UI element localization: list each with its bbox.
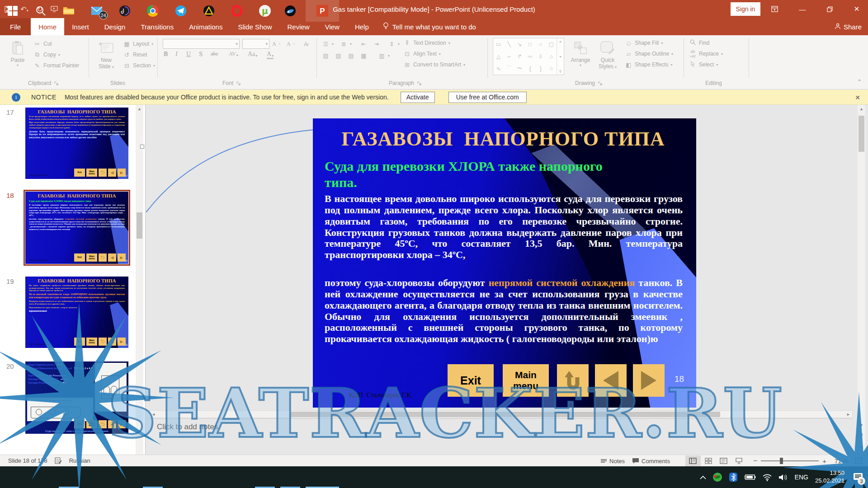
taskbar-search-icon[interactable] <box>30 0 52 22</box>
thumbnail-scroll-thumb[interactable] <box>137 212 142 239</box>
language-switcher[interactable]: ENG <box>792 466 811 488</box>
file-explorer-icon[interactable] <box>58 0 80 22</box>
mail-icon[interactable]: 24 <box>86 0 108 22</box>
slide-subtitle[interactable]: Суда для перевозки ХЛОРА также напорного… <box>325 158 618 191</box>
increase-indent-button[interactable]: ⇥ <box>373 39 380 49</box>
telegram-icon[interactable] <box>170 0 192 22</box>
hscroll-thumb[interactable] <box>291 412 720 417</box>
wifi-icon[interactable] <box>759 466 775 488</box>
notice-close-icon[interactable]: ✕ <box>853 93 863 103</box>
text-shadow-button[interactable]: S <box>199 51 203 58</box>
shape-selection-handle[interactable] <box>140 145 144 149</box>
shapes-gallery[interactable]: ▭╲↘□○▢ △⌐↱⇨⇩⌂ ∿⌒〜{}☆ ▴▾⊽ <box>493 38 564 75</box>
text-direction-button[interactable]: ⫴Text Direction▾ <box>403 38 450 48</box>
bluetooth-icon[interactable] <box>726 466 741 488</box>
slide-body-paragraph-1[interactable]: В настоящее время довольно широко исполь… <box>325 193 683 261</box>
chrome-icon[interactable] <box>142 0 164 22</box>
shape-outline-button[interactable]: ▱Shape Outline▾ <box>625 49 673 59</box>
notes-toggle[interactable]: Notes <box>597 455 628 467</box>
vertical-scrollbar[interactable]: ▲ ▼ ⇈ ⇊ <box>858 105 865 455</box>
use-free-button[interactable]: Use free at Office.com <box>448 92 527 103</box>
section-button[interactable]: ⊟Section▾ <box>123 61 155 70</box>
powerpoint-icon[interactable]: P <box>311 0 333 22</box>
notes-pane[interactable]: Click to add notes <box>146 418 852 455</box>
drawing-dialog-launcher[interactable] <box>598 81 603 86</box>
tab-help[interactable]: Help <box>347 18 377 35</box>
align-center-button[interactable]: ▤ <box>335 51 342 61</box>
font-name-combo[interactable]: ▾ <box>163 39 240 49</box>
grow-font-button[interactable]: A˄ <box>272 39 280 49</box>
slideshow-view-button[interactable] <box>731 455 747 466</box>
battery-icon[interactable] <box>741 466 759 488</box>
tell-me-box[interactable]: Tell me what you want to do <box>377 18 482 35</box>
slide-sorter-view-button[interactable] <box>701 455 716 466</box>
volume-icon[interactable] <box>775 466 792 488</box>
thumb-scroll-up-icon[interactable]: ▲ <box>136 105 143 113</box>
zoom-out-icon[interactable]: − <box>753 457 757 465</box>
copy-button[interactable]: ⧉Copy▾ <box>33 50 60 60</box>
shape-fill-button[interactable]: ◇Shape Fill▾ <box>625 38 663 48</box>
language-indicator[interactable]: Russian <box>66 455 94 467</box>
clear-formatting-button[interactable]: A̷ <box>302 39 310 49</box>
spellcheck-icon[interactable] <box>51 455 66 467</box>
vscroll-up-icon[interactable]: ▲ <box>858 105 865 113</box>
align-left-button[interactable]: ▤ <box>322 51 330 61</box>
shape-effects-button[interactable]: ◧Shape Effects▾ <box>625 60 673 70</box>
opera-icon[interactable] <box>226 0 248 22</box>
strikethrough-button[interactable]: abc <box>211 51 218 57</box>
character-spacing-button[interactable]: AV▾ <box>229 51 238 57</box>
slide-thumbnail-17[interactable]: ГАЗАВОЗЫ НАПОРНОГО ТИПА Если предусмотре… <box>25 108 128 179</box>
zoom-slider-knob[interactable] <box>780 458 783 464</box>
slide-main-menu-button[interactable]: Main menu <box>503 364 549 397</box>
curve-shape[interactable] <box>146 105 327 222</box>
normal-view-button[interactable] <box>685 455 701 466</box>
numbering-button[interactable]: ≣▾ <box>340 39 352 49</box>
underline-button[interactable]: U <box>186 51 191 58</box>
new-slide-button[interactable]: New Slide ▾ <box>93 37 119 78</box>
format-painter-button[interactable]: ✎Format Painter <box>33 61 79 70</box>
zoom-in-icon[interactable]: + <box>822 457 826 465</box>
comments-toggle[interactable]: Comments <box>628 455 674 467</box>
hscroll-right-icon[interactable]: ► <box>844 411 852 418</box>
reading-view-button[interactable] <box>716 455 731 466</box>
ribbon-display-options-icon[interactable] <box>764 0 785 18</box>
paste-button[interactable]: Paste ▾ <box>5 37 31 78</box>
replace-button[interactable]: ab⤷acReplace▾ <box>689 49 723 59</box>
font-dialog-launcher[interactable] <box>236 81 241 86</box>
slide-next-button[interactable] <box>633 364 665 397</box>
decrease-indent-button[interactable]: ⇤ <box>360 39 368 49</box>
taskbar-clock[interactable]: 13:50 25.02.2021 <box>811 469 848 485</box>
activate-button[interactable]: Activate <box>401 92 435 103</box>
italic-button[interactable]: I <box>175 51 178 58</box>
next-slide-button[interactable]: ⇊ <box>858 443 865 450</box>
triangle-app-icon[interactable] <box>198 0 220 22</box>
reset-button[interactable]: ↺Reset <box>123 50 147 60</box>
paragraph-dialog-launcher[interactable] <box>417 81 422 86</box>
layout-button[interactable]: ▦Layout▾ <box>123 39 153 49</box>
minimize-button[interactable]: — <box>792 0 813 18</box>
quick-styles-button[interactable]: Quick Styles ▾ <box>595 37 620 78</box>
slide-thumbnail-20[interactable]: Cargo Capacity (cu.m.)1730 Principal Dim… <box>25 361 128 434</box>
start-button[interactable] <box>2 0 24 22</box>
cut-button[interactable]: ✂Cut <box>33 39 52 49</box>
slide-title[interactable]: ГАЗАВОЗЫ НАПОРНОГО ТИПА <box>313 127 693 150</box>
slide-return-button[interactable] <box>557 364 589 397</box>
utorrent-icon[interactable]: µ <box>254 0 276 22</box>
idm-icon[interactable] <box>709 466 726 488</box>
collapse-ribbon-icon[interactable]: ⌃ <box>857 79 862 85</box>
bullets-button[interactable]: ☰▾ <box>322 39 334 49</box>
slide-previous-button[interactable] <box>595 364 627 397</box>
select-button[interactable]: Select▾ <box>689 60 718 70</box>
bold-button[interactable]: B <box>164 51 168 58</box>
convert-smartart-button[interactable]: ⊞Convert to SmartArt▾ <box>403 60 465 70</box>
notes-placeholder[interactable]: Click to add notes <box>157 422 218 432</box>
clipboard-dialog-launcher[interactable] <box>54 81 59 86</box>
thumbnail-scrollbar[interactable]: ▲ <box>136 105 143 455</box>
columns-button[interactable]: ▥▾ <box>378 51 390 61</box>
sign-in-button[interactable]: Sign in <box>731 2 760 16</box>
shapes-gallery-scrollbar[interactable]: ▴▾⊽ <box>557 38 564 75</box>
vscroll-down-icon[interactable]: ▼ <box>858 421 865 429</box>
font-size-combo[interactable]: ▾ <box>242 39 269 49</box>
restore-button[interactable] <box>819 0 840 18</box>
align-text-button[interactable]: ⊡Align Text▾ <box>403 49 441 59</box>
